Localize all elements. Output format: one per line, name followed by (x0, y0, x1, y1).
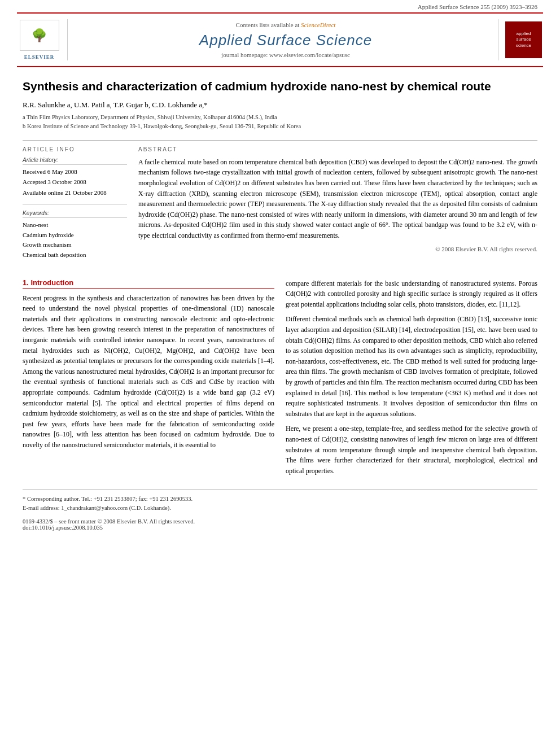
elsevier-tree-icon: 🌳 (32, 29, 47, 42)
bottom-meta: 0169-4332/$ – see front matter © 2008 El… (23, 518, 537, 531)
divider-keywords (23, 204, 127, 204)
keyword-4: Chemical bath deposition (23, 250, 127, 260)
elsevier-logo: 🌳 ELSEVIER (17, 19, 68, 60)
article-title: Synthesis and characterization of cadmiu… (23, 78, 537, 94)
history-label: Article history: (23, 157, 127, 165)
elsevier-text: ELSEVIER (24, 54, 55, 60)
body-right: compare different materials for the basi… (286, 278, 537, 481)
abstract-label: ABSTRACT (138, 146, 537, 152)
doi-line: doi:10.1016/j.apsusc.2008.10.035 (23, 525, 537, 531)
article-info-label: ARTICLE INFO (23, 146, 127, 152)
intro-para4: Here, we present a one-step, template-fr… (286, 423, 537, 476)
corresponding-author: * Corresponding author. Tel.: +91 231 25… (23, 495, 537, 504)
abstract-col: ABSTRACT A facile chemical route based o… (138, 146, 537, 267)
journal-citation: Applied Surface Science 255 (2009) 3923–… (418, 3, 537, 10)
affiliation-1: a Thin Film Physics Laboratory, Departme… (23, 113, 537, 122)
abstract-text: A facile chemical route based on room te… (138, 157, 537, 241)
journal-center: Contents lists available at ScienceDirec… (73, 19, 498, 60)
keyword-1: Nano-nest (23, 220, 127, 230)
keywords-label: Keywords: (23, 210, 127, 218)
journal-logo-box: applied surface science (505, 21, 542, 58)
body-section: 1. Introduction Recent progress in the s… (23, 278, 537, 481)
intro-para3: Different chemical methods such as chemi… (286, 314, 537, 419)
keywords-list: Nano-nest Cadmium hydroxide Growth mecha… (23, 220, 127, 260)
journal-homepage: journal homepage: www.elsevier.com/locat… (79, 51, 492, 58)
intro-para2: compare different materials for the basi… (286, 278, 537, 310)
journal-header: 🌳 ELSEVIER Contents lists available at S… (17, 12, 543, 67)
available-date: Available online 21 October 2008 (23, 188, 127, 198)
keywords-section: Keywords: Nano-nest Cadmium hydroxide Gr… (23, 210, 127, 260)
page-container: Applied Surface Science 255 (2009) 3923–… (0, 0, 560, 542)
body-left: 1. Introduction Recent progress in the s… (23, 278, 274, 481)
affiliation-2: b Korea Institute of Science and Technol… (23, 122, 537, 131)
copyright-line: © 2008 Elsevier B.V. All rights reserved… (138, 246, 537, 252)
elsevier-logo-box: 🌳 (20, 20, 59, 51)
received-date: Received 6 May 2008 (23, 167, 127, 177)
footnote-section: * Corresponding author. Tel.: +91 231 25… (23, 490, 537, 513)
intro-para1: Recent progress in the synthesis and cha… (23, 293, 274, 451)
article-content: Synthesis and characterization of cadmiu… (0, 67, 560, 542)
affiliations: a Thin Film Physics Laboratory, Departme… (23, 113, 537, 131)
intro-heading: 1. Introduction (23, 278, 274, 289)
article-info-col: ARTICLE INFO Article history: Received 6… (23, 146, 127, 267)
divider (23, 140, 537, 141)
keyword-3: Growth mechanism (23, 240, 127, 250)
article-history: Article history: Received 6 May 2008 Acc… (23, 157, 127, 198)
keyword-2: Cadmium hydroxide (23, 230, 127, 241)
authors-line: R.R. Salunkhe a, U.M. Patil a, T.P. Guja… (23, 101, 537, 110)
accepted-date: Accepted 3 October 2008 (23, 177, 127, 187)
journal-logo-text: applied surface science (516, 31, 531, 49)
article-info-abstract: ARTICLE INFO Article history: Received 6… (23, 146, 537, 267)
journal-logo-right: applied surface science (498, 19, 543, 60)
top-citation-bar: Applied Surface Science 255 (2009) 3923–… (0, 0, 560, 12)
email-address: E-mail address: 1_chandrakant@yahoo.com … (23, 504, 537, 513)
sciencedirect-line: Contents lists available at ScienceDirec… (79, 21, 492, 28)
sciencedirect-link[interactable]: ScienceDirect (301, 21, 335, 28)
contents-label: Contents lists available at (236, 21, 300, 28)
journal-title: Applied Surface Science (79, 32, 492, 49)
issn-line: 0169-4332/$ – see front matter © 2008 El… (23, 518, 537, 525)
